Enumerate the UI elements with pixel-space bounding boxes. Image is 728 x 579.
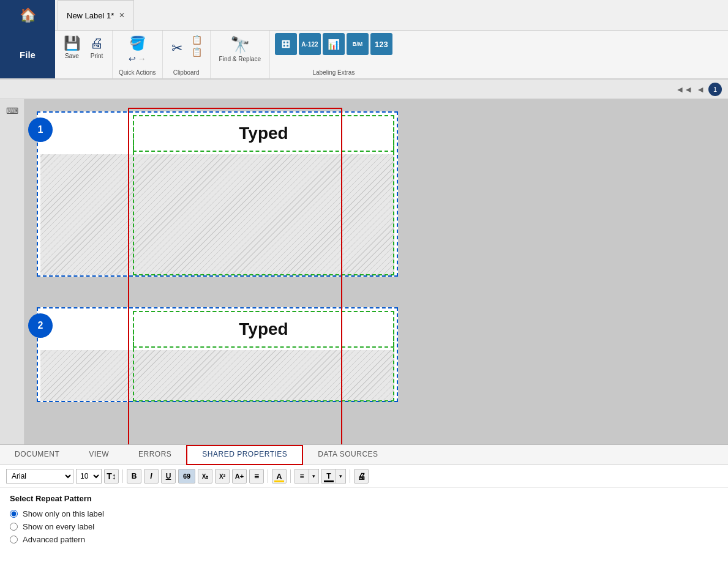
- print-icon: 🖨: [90, 35, 103, 51]
- copy-button[interactable]: 📋: [190, 34, 204, 45]
- document-tab[interactable]: New Label 1* ✕: [58, 0, 134, 30]
- label-2-hatched: [40, 350, 394, 401]
- fill-color-icon: A: [276, 472, 282, 481]
- left-toolbar: ⌨: [0, 99, 24, 444]
- separator-4: [350, 469, 350, 483]
- paste-icon: 📋: [192, 47, 202, 57]
- page-indicator: 1: [708, 83, 722, 96]
- tab-close-button[interactable]: ✕: [119, 12, 125, 19]
- tab-errors[interactable]: ERRORS: [124, 445, 186, 465]
- increase-font-button[interactable]: A+: [232, 469, 247, 484]
- text-color-group: T ▾: [321, 469, 346, 484]
- nav-arrows: ◄◄ ◄ 1: [0, 80, 728, 99]
- save-group: 💾 Save 🖨 Print: [55, 31, 113, 78]
- radio-every-label: Show on every label: [10, 522, 718, 531]
- canvas-area[interactable]: 1 1 ▲ ▼ Typed 2 1: [24, 99, 728, 444]
- label-2-typed-text: Typed: [134, 312, 393, 346]
- save-button[interactable]: 💾 Save: [61, 34, 83, 61]
- align-left-button[interactable]: ≡: [295, 469, 309, 484]
- radio-advanced-input[interactable]: [10, 536, 18, 544]
- italic-button[interactable]: I: [144, 469, 159, 484]
- extras-icon-3[interactable]: 📊: [323, 33, 345, 55]
- repeat-title: Select Repeat Pattern: [10, 494, 718, 503]
- radio-advanced: Advanced pattern: [10, 535, 718, 544]
- print-button[interactable]: 🖨 Print: [88, 34, 106, 61]
- radio-every-label-label: Show on every label: [23, 522, 94, 531]
- file-menu-button[interactable]: File: [0, 31, 55, 78]
- fill-color-button[interactable]: A: [272, 469, 287, 484]
- title-bar: 🏠 New Label 1* ✕: [0, 0, 728, 31]
- label-1-text-field[interactable]: Typed: [133, 115, 394, 152]
- label-1-hatched: [40, 154, 394, 275]
- label-1-container: 1 1 ▲ ▼ Typed: [37, 111, 398, 277]
- text-color-dropdown[interactable]: ▾: [336, 469, 346, 484]
- radio-every-label-input[interactable]: [10, 523, 18, 531]
- fill-color-indicator: [274, 480, 284, 482]
- save-icon: 💾: [64, 35, 80, 51]
- line-height-button[interactable]: ≡: [249, 469, 264, 484]
- scissors-button[interactable]: ✂: [169, 39, 185, 58]
- tab-shared-properties[interactable]: SHARED PROPERTIES: [186, 445, 303, 465]
- separator-2: [268, 469, 268, 483]
- label-1-typed-text: Typed: [134, 116, 393, 151]
- text-color-button[interactable]: T: [321, 469, 336, 484]
- find-replace-group: 🔭 Find & Replace: [211, 31, 270, 78]
- nav-first-button[interactable]: ◄◄: [675, 84, 692, 94]
- radio-only-this-input[interactable]: [10, 510, 18, 518]
- print-props-button[interactable]: 🖨: [354, 469, 369, 484]
- radio-advanced-label: Advanced pattern: [23, 535, 85, 544]
- repeat-section: Select Repeat Pattern Show only on this …: [0, 488, 728, 554]
- radio-only-this-label: Show only on this label: [23, 509, 104, 518]
- align-dropdown[interactable]: ▾: [309, 469, 319, 484]
- superscript-button[interactable]: X²: [215, 469, 230, 484]
- extras-icon-5[interactable]: 123: [370, 33, 392, 55]
- tab-data-sources[interactable]: DATA SOURCES: [303, 445, 392, 465]
- font-size-select[interactable]: 10: [76, 469, 102, 484]
- quick-actions-button[interactable]: 🪣 ↩ →: [126, 34, 149, 65]
- tab-view[interactable]: VIEW: [74, 445, 124, 465]
- extras-icon-2[interactable]: A-122: [299, 33, 321, 55]
- paste-button[interactable]: 📋: [190, 47, 204, 58]
- underline-button[interactable]: U: [161, 469, 176, 484]
- bottom-panel: DOCUMENT VIEW ERRORS SHARED PROPERTIES D…: [0, 444, 728, 579]
- clipboard-group: ✂ 📋 📋 Clipboard: [163, 31, 211, 78]
- separator-1: [122, 469, 123, 483]
- quick-actions-icon: 🪣: [129, 35, 146, 51]
- text-fit-button[interactable]: T↕: [104, 469, 119, 484]
- scissors-icon: ✂: [171, 40, 182, 56]
- extras-icon-4[interactable]: B/M: [347, 33, 369, 55]
- bold-button[interactable]: B: [127, 469, 141, 484]
- keyboard-tool[interactable]: ⌨: [3, 103, 21, 119]
- tabs-row: DOCUMENT VIEW ERRORS SHARED PROPERTIES D…: [0, 445, 728, 465]
- radio-only-this: Show only on this label: [10, 509, 718, 518]
- label-2-container: 2 1 ▲ Typed: [37, 307, 398, 402]
- extras-icon-1[interactable]: ⊞: [275, 33, 297, 55]
- props-toolbar: Arial 10 T↕ B I U 69 X₂ X² A+ ≡ A ≡ ▾ T …: [0, 465, 728, 488]
- align-group: ≡ ▾: [295, 469, 319, 484]
- label-2-text-field[interactable]: Typed: [133, 311, 394, 348]
- quick-actions-group: 🪣 ↩ → Quick Actions: [113, 31, 163, 78]
- label-1-number: 1: [28, 118, 53, 142]
- home-icon: 🏠: [20, 7, 36, 23]
- labeling-extras-group: ⊞ A-122 📊 B/M 123 Labeling Extras: [270, 31, 397, 78]
- ribbon: File 💾 Save 🖨 Print 🪣 ↩ → Quick A: [0, 31, 728, 80]
- undo-icon: ↩: [129, 54, 136, 64]
- nav-prev-button[interactable]: ◄: [696, 84, 705, 94]
- redo-icon: →: [138, 54, 146, 64]
- tab-document[interactable]: DOCUMENT: [0, 445, 74, 465]
- separator-3: [290, 469, 291, 483]
- subscript-button[interactable]: X₂: [198, 469, 212, 484]
- home-button[interactable]: 🏠: [0, 0, 55, 31]
- char-spacing-button[interactable]: 69: [178, 469, 195, 484]
- font-select[interactable]: Arial: [6, 469, 73, 484]
- label-2-number: 2: [28, 313, 53, 338]
- main-area: ⌨ 1 1 ▲ ▼ Typed: [0, 99, 728, 444]
- copy-icon: 📋: [192, 35, 202, 45]
- find-replace-icon: 🔭: [230, 35, 250, 54]
- tab-label: New Label 1*: [67, 11, 114, 20]
- text-color-indicator: [324, 480, 334, 482]
- find-replace-button[interactable]: 🔭 Find & Replace: [217, 34, 263, 64]
